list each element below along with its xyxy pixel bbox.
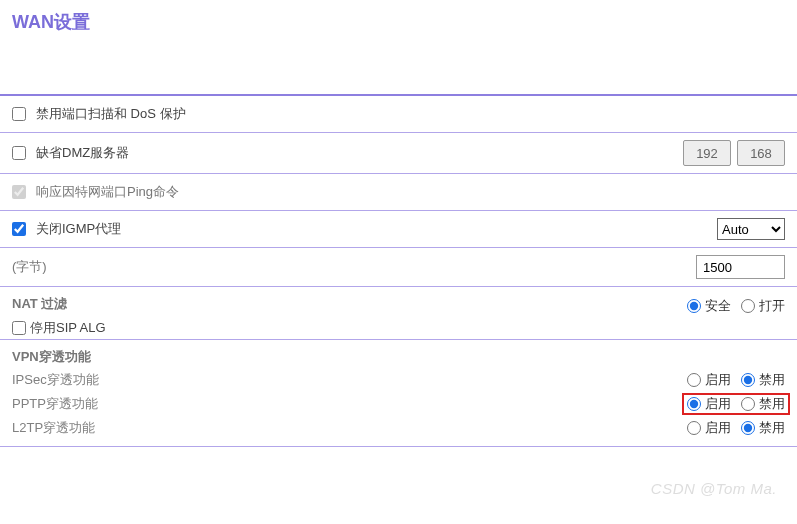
radio-nat-secure[interactable]	[687, 299, 701, 313]
checkbox-dmz[interactable]	[12, 146, 26, 160]
label-dmz: 缺省DMZ服务器	[36, 144, 129, 162]
checkbox-sip[interactable]	[12, 321, 26, 335]
page-title: WAN设置	[12, 12, 90, 32]
radio-l2tp-disable-text: 禁用	[759, 419, 785, 437]
input-dmz-ip1[interactable]	[683, 140, 731, 166]
radio-nat-open[interactable]	[741, 299, 755, 313]
radio-nat-secure-text: 安全	[705, 297, 731, 315]
label-portscan: 禁用端口扫描和 DoS 保护	[36, 105, 186, 123]
vpn-title: VPN穿透功能	[0, 340, 797, 368]
row-ipsec: IPSec穿透功能 启用 禁用	[0, 368, 797, 392]
nat-title: NAT 过滤	[12, 295, 687, 313]
row-dmz: 缺省DMZ服务器	[0, 133, 797, 173]
row-portscan: 禁用端口扫描和 DoS 保护	[0, 96, 797, 132]
radio-pptp-disable-label[interactable]: 禁用	[741, 395, 785, 413]
row-ping: 响应因特网端口Ping命令	[0, 174, 797, 210]
row-nat: NAT 过滤 停用SIP ALG 安全 打开	[0, 287, 797, 339]
row-pptp: PPTP穿透功能 启用 禁用	[0, 392, 797, 416]
label-ping: 响应因特网端口Ping命令	[36, 183, 179, 201]
select-igmp[interactable]: Auto	[717, 218, 785, 240]
radio-ipsec-enable-label[interactable]: 启用	[687, 371, 731, 389]
radio-ipsec-enable[interactable]	[687, 373, 701, 387]
input-mtu[interactable]	[696, 255, 785, 279]
label-pptp: PPTP穿透功能	[12, 395, 687, 413]
checkbox-ping	[12, 185, 26, 199]
radio-l2tp-enable-label[interactable]: 启用	[687, 419, 731, 437]
radio-ipsec-disable-label[interactable]: 禁用	[741, 371, 785, 389]
separator	[0, 446, 797, 447]
radio-ipsec-disable[interactable]	[741, 373, 755, 387]
row-l2tp: L2TP穿透功能 启用 禁用	[0, 416, 797, 440]
radio-pptp-enable[interactable]	[687, 397, 701, 411]
checkbox-igmp[interactable]	[12, 222, 26, 236]
label-l2tp: L2TP穿透功能	[12, 419, 687, 437]
radio-ipsec-enable-text: 启用	[705, 371, 731, 389]
radio-l2tp-disable-label[interactable]: 禁用	[741, 419, 785, 437]
radio-l2tp-enable-text: 启用	[705, 419, 731, 437]
label-igmp: 关闭IGMP代理	[36, 220, 121, 238]
label-mtu: (字节)	[12, 258, 47, 276]
radio-nat-open-label[interactable]: 打开	[741, 297, 785, 315]
radio-l2tp-disable[interactable]	[741, 421, 755, 435]
radio-nat-secure-label[interactable]: 安全	[687, 297, 731, 315]
radio-ipsec-disable-text: 禁用	[759, 371, 785, 389]
radio-nat-open-text: 打开	[759, 297, 785, 315]
row-mtu: (字节)	[0, 248, 797, 286]
input-dmz-ip2[interactable]	[737, 140, 785, 166]
label-sip: 停用SIP ALG	[30, 319, 106, 337]
label-ipsec: IPSec穿透功能	[12, 371, 687, 389]
radio-pptp-enable-text: 启用	[705, 395, 731, 413]
radio-pptp-enable-label[interactable]: 启用	[687, 395, 731, 413]
radio-l2tp-enable[interactable]	[687, 421, 701, 435]
highlight-pptp: 启用 禁用	[682, 393, 790, 415]
radio-pptp-disable[interactable]	[741, 397, 755, 411]
radio-pptp-disable-text: 禁用	[759, 395, 785, 413]
row-igmp: 关闭IGMP代理 Auto	[0, 211, 797, 247]
checkbox-portscan[interactable]	[12, 107, 26, 121]
